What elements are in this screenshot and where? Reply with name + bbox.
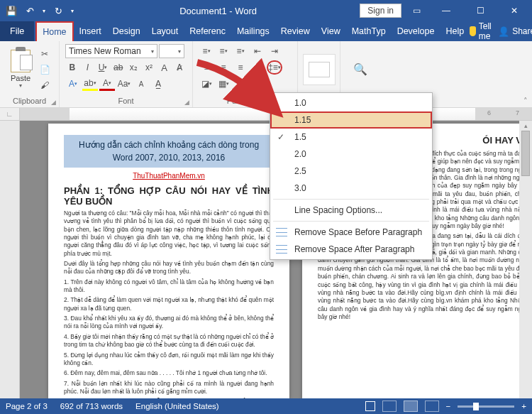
ls-option-3-0[interactable]: 3.0 [270, 180, 432, 197]
save-icon[interactable]: 💾 [3, 2, 20, 19]
increase-indent-button[interactable]: ⇥ [267, 44, 282, 58]
ls-options[interactable]: Line Spacing Options... [270, 202, 432, 219]
dialog-launcher-icon[interactable]: ◢ [184, 96, 189, 109]
highlight-button[interactable]: ab▾ [82, 77, 98, 91]
sort-button[interactable]: ↕ [233, 77, 248, 91]
page-2[interactable]: Hướng dẫn cách chỉnh khoảng cách dòng tr… [48, 124, 289, 398]
print-layout-icon[interactable] [404, 401, 418, 412]
tab-help[interactable]: Help [440, 21, 470, 41]
scroll-up-icon[interactable]: ▴ [524, 122, 528, 129]
tab-mathtype[interactable]: MathTyp [346, 21, 392, 41]
change-case-button[interactable]: Aa▾ [116, 77, 132, 91]
menu-separator [273, 199, 429, 200]
line-spacing-button[interactable]: ‡≡▾ [267, 60, 282, 75]
tab-developer[interactable]: Develope [392, 21, 440, 41]
decrease-indent-button[interactable]: ⇤ [250, 44, 265, 58]
sign-in-button[interactable]: Sign in [360, 4, 401, 18]
banner-line-2: Word 2007, 2010, 2013, 2016 [70, 153, 267, 163]
ls-option-1-15[interactable]: 1.15 [270, 111, 432, 129]
multilevel-button[interactable]: ≡▾ [233, 44, 248, 58]
maximize-button[interactable]: ☐ [465, 1, 495, 21]
paste-button[interactable]: Paste ▾ [6, 46, 35, 93]
document-viewport: ▴ Hướng dẫn cách chỉnh khoảng cách dòng … [0, 121, 532, 398]
collapse-ribbon-icon[interactable]: ˄ [523, 97, 528, 106]
show-marks-button[interactable]: ¶ [250, 77, 265, 91]
tab-design[interactable]: Design [107, 21, 146, 41]
tab-review[interactable]: Review [275, 21, 316, 41]
clear-formatting-button[interactable]: A̷ [172, 60, 187, 75]
group-font: Times New Roman ▾ ▾ B I U▾ ab x₂ x² A A̷… [60, 41, 193, 107]
subscript-button[interactable]: x₂ [127, 60, 141, 75]
undo-icon[interactable]: ↶ [21, 2, 38, 19]
tab-mailings[interactable]: Mailings [231, 21, 275, 41]
word-count[interactable]: 692 of 713 words [60, 402, 123, 410]
site-link[interactable]: ThuThuatPhanMem.vn [64, 172, 274, 180]
tab-references[interactable]: Referenc [184, 21, 231, 41]
clipboard-group-label: Clipboard◢ [6, 94, 53, 107]
italic-button[interactable]: I [81, 60, 95, 75]
zoom-out-button[interactable]: − [446, 402, 451, 410]
ls-remove-after[interactable]: Remove Space After Paragraph [270, 241, 432, 258]
font-size-combo[interactable]: ▾ [159, 44, 184, 58]
quick-access-toolbar: 💾 ↶ ▾ ↻ ▾ [0, 2, 77, 19]
copy-icon[interactable]: 📄 [37, 62, 52, 77]
borders-button[interactable]: ▦▾ [216, 77, 231, 91]
tab-view[interactable]: View [316, 21, 346, 41]
shading-button[interactable]: ◪▾ [199, 77, 214, 91]
tab-layout[interactable]: Layout [146, 21, 184, 41]
ruler-row: ∟ 6 7 [0, 108, 532, 121]
align-left-button[interactable]: ≡ [199, 60, 214, 75]
close-button[interactable]: ✕ [499, 1, 529, 21]
read-mode-icon[interactable] [382, 401, 397, 412]
scroll-thumb[interactable] [521, 131, 530, 176]
check-icon: ✓ [277, 132, 284, 142]
text-effects-button[interactable]: A▾ [65, 77, 81, 91]
share-button[interactable]: 👤 Share [498, 26, 532, 37]
tell-me-label: Tell me [479, 21, 495, 41]
font-color-button[interactable]: A▾ [99, 77, 115, 91]
tell-me-search[interactable]: Tell me [470, 21, 495, 41]
bullets-button[interactable]: ≡▾ [199, 44, 214, 58]
vertical-ruler[interactable] [0, 121, 20, 398]
ruler-corner: ∟ [0, 108, 20, 120]
page-indicator[interactable]: Page 2 of 3 [6, 402, 48, 410]
ribbon-options-icon[interactable]: ▭ [406, 1, 427, 21]
ls-option-1-5[interactable]: ✓1.5 [270, 129, 432, 146]
tab-file[interactable]: File [0, 21, 34, 41]
share-icon: 👤 [498, 26, 509, 37]
ls-remove-before[interactable]: Remove Space Before Paragraph [270, 224, 432, 241]
redo-icon[interactable]: ↻ [50, 2, 67, 19]
align-right-button[interactable]: ≡ [233, 60, 248, 75]
character-border-button[interactable]: A̲ [150, 77, 166, 91]
ls-option-1-0[interactable]: 1.0 [270, 94, 432, 111]
shrink-font-button[interactable]: A [133, 77, 149, 91]
find-icon[interactable]: 🔍 [348, 58, 372, 82]
macro-record-icon[interactable] [365, 401, 375, 411]
tab-home[interactable]: Home [35, 21, 73, 41]
zoom-in-button[interactable]: + [521, 402, 526, 410]
web-layout-icon[interactable] [425, 401, 439, 412]
minimize-button[interactable]: — [431, 1, 461, 21]
language-indicator[interactable]: English (United States) [135, 402, 219, 410]
numbering-button[interactable]: ≡▾ [216, 44, 231, 58]
vertical-scrollbar[interactable]: ▴ [519, 121, 532, 398]
styles-gallery[interactable] [303, 54, 336, 85]
bold-button[interactable]: B [65, 60, 79, 75]
superscript-button[interactable]: x² [142, 60, 156, 75]
ls-option-2-5[interactable]: 2.5 [270, 163, 432, 180]
qat-customize-icon[interactable]: ▾ [68, 2, 77, 19]
undo-dropdown-icon[interactable]: ▾ [40, 2, 48, 19]
tab-insert[interactable]: Insert [74, 21, 107, 41]
grow-font-button[interactable]: A [157, 60, 172, 75]
justify-button[interactable]: ≡ [250, 60, 265, 75]
zoom-slider[interactable] [458, 405, 514, 408]
cut-icon[interactable]: ✂ [37, 47, 52, 61]
underline-button[interactable]: U▾ [96, 60, 110, 75]
remove-space-after-icon [276, 245, 287, 254]
strikethrough-button[interactable]: ab [111, 60, 126, 75]
format-painter-icon[interactable]: 🖌 [37, 78, 52, 92]
align-center-button[interactable]: ≡ [216, 60, 231, 75]
ls-option-2-0[interactable]: 2.0 [270, 146, 432, 163]
font-name-combo[interactable]: Times New Roman ▾ [65, 44, 157, 58]
dialog-launcher-icon[interactable]: ◢ [51, 96, 56, 109]
